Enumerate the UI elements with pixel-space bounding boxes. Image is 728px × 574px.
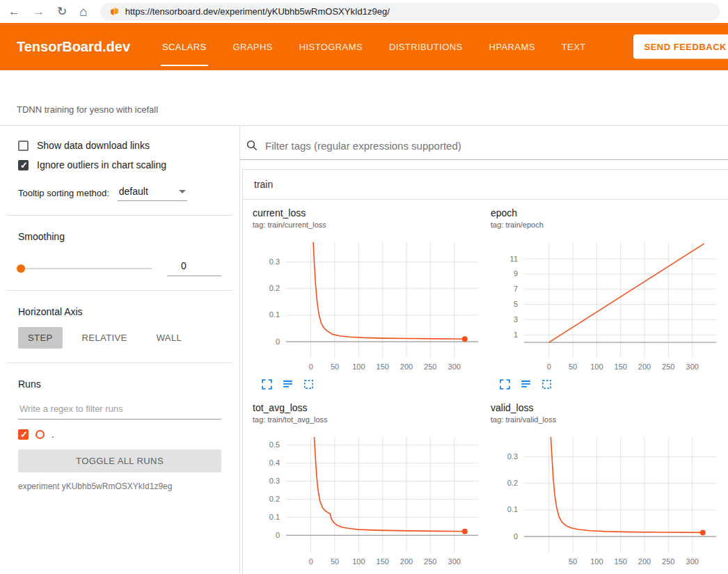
svg-text:250: 250 <box>662 557 674 566</box>
axis-wall-button[interactable]: WALL <box>147 327 192 349</box>
svg-text:3: 3 <box>514 315 518 324</box>
chart-title: valid_loss <box>491 401 728 414</box>
reload-icon[interactable]: ↻ <box>57 6 67 17</box>
tag-group-header[interactable]: train <box>243 170 728 200</box>
brand-logo[interactable]: TensorBoard.dev <box>17 39 130 55</box>
fit-domain-icon[interactable] <box>303 378 315 390</box>
send-feedback-button[interactable]: SEND FEEDBACK <box>633 35 728 59</box>
runs-filter-input[interactable] <box>18 401 221 420</box>
svg-text:0.1: 0.1 <box>269 310 280 319</box>
chart-plot-valid_loss[interactable]: 00.10.20.350100150200250300 <box>491 431 728 571</box>
filter-tags-input[interactable] <box>265 140 728 152</box>
tooltip-sorting-label: Tooltip sorting method: <box>18 188 109 198</box>
svg-text:200: 200 <box>638 362 651 371</box>
tab-histograms[interactable]: HISTOGRAMS <box>299 23 363 70</box>
data-table-icon[interactable] <box>282 378 294 390</box>
chart-plot-tot_avg_loss[interactable]: 00.10.20.30.40.5050100150200250300 <box>253 431 491 571</box>
experiment-note: experiment yKUbhb5wRmOSXYkId1z9eg <box>18 481 221 491</box>
chart-card-tot_avg_loss: tot_avg_losstag: train/tot_avg_loss00.10… <box>253 401 491 574</box>
tab-graphs[interactable]: GRAPHS <box>233 23 273 70</box>
svg-text:300: 300 <box>686 557 699 566</box>
chart-plot-epoch[interactable]: 1357911050100150200250300 <box>491 237 728 376</box>
chart-tag-subtitle: tag: train/valid_loss <box>491 415 728 424</box>
svg-text:0.5: 0.5 <box>269 440 280 449</box>
smoothing-label: Smoothing <box>18 231 221 242</box>
svg-text:9: 9 <box>514 269 518 278</box>
home-icon[interactable]: ⌂ <box>79 5 87 18</box>
tooltip-sorting-select[interactable]: default <box>118 184 187 201</box>
data-table-icon[interactable] <box>520 378 532 390</box>
address-bar[interactable]: https://tensorboard.dev/experiment/yKUbh… <box>100 3 720 21</box>
svg-text:11: 11 <box>510 255 518 263</box>
runs-label: Runs <box>18 378 221 390</box>
chart-toolbar <box>491 376 728 390</box>
tab-scalars[interactable]: SCALARS <box>162 23 207 70</box>
run-checkbox[interactable] <box>18 429 29 440</box>
divider <box>7 215 232 216</box>
divider <box>7 362 232 363</box>
svg-text:0.1: 0.1 <box>507 505 518 513</box>
settings-sidebar: Show data download links Ignore outliers… <box>0 126 240 573</box>
dashboard-main: train current_losstag: train/current_los… <box>240 126 728 573</box>
smoothing-slider-thumb[interactable] <box>17 264 25 273</box>
header-tabs: SCALARSGRAPHSHISTOGRAMSDISTRIBUTIONSHPAR… <box>162 23 586 70</box>
browser-toolbar: ← → ↻ ⌂ https://tensorboard.dev/experime… <box>0 0 728 23</box>
svg-text:0.1: 0.1 <box>269 513 280 521</box>
toggle-all-runs-button[interactable]: TOGGLE ALL RUNS <box>18 449 221 472</box>
forward-icon[interactable]: → <box>33 6 45 17</box>
charts-grid: current_losstag: train/current_loss00.10… <box>243 200 728 574</box>
chart-title: epoch <box>491 207 728 219</box>
tensorboard-favicon-icon <box>110 7 119 16</box>
svg-text:250: 250 <box>662 362 674 371</box>
tag-group-card-train: train current_losstag: train/current_los… <box>242 169 728 574</box>
url-text: https://tensorboard.dev/experiment/yKUbh… <box>125 6 390 17</box>
svg-text:50: 50 <box>331 362 339 371</box>
svg-text:300: 300 <box>686 362 699 371</box>
chart-card-epoch: epochtag: train/epoch1357911050100150200… <box>491 207 728 390</box>
run-color-circle-icon[interactable] <box>35 430 45 439</box>
tab-hparams[interactable]: HPARAMS <box>489 23 535 70</box>
svg-text:0: 0 <box>309 362 313 371</box>
svg-text:0: 0 <box>309 557 313 566</box>
svg-text:100: 100 <box>352 362 365 371</box>
svg-text:250: 250 <box>424 557 436 566</box>
svg-text:150: 150 <box>377 362 389 371</box>
chevron-down-icon <box>179 190 186 193</box>
svg-text:7: 7 <box>514 285 518 293</box>
chart-plot-current_loss[interactable]: 00.10.20.3050100150200250300 <box>253 237 491 376</box>
svg-text:0: 0 <box>276 337 280 346</box>
svg-text:100: 100 <box>590 557 603 566</box>
chart-card-current_loss: current_losstag: train/current_loss00.10… <box>253 207 491 390</box>
svg-text:0.2: 0.2 <box>269 495 280 503</box>
smoothing-value[interactable]: 0 <box>167 260 221 276</box>
svg-text:50: 50 <box>331 557 339 566</box>
svg-text:0.2: 0.2 <box>507 479 518 487</box>
tab-text[interactable]: TEXT <box>562 23 586 70</box>
filter-tags-row <box>240 134 728 160</box>
ignore-outliers-checkbox[interactable] <box>18 160 29 170</box>
chart-card-valid_loss: valid_losstag: train/valid_loss00.10.20.… <box>491 401 728 574</box>
svg-text:0.3: 0.3 <box>269 257 280 266</box>
fit-domain-icon[interactable] <box>541 378 553 390</box>
back-icon[interactable]: ← <box>8 6 20 17</box>
svg-text:0.3: 0.3 <box>269 477 280 485</box>
svg-text:0: 0 <box>276 531 280 539</box>
svg-text:200: 200 <box>638 557 651 566</box>
svg-text:0.3: 0.3 <box>507 452 518 461</box>
run-name: . <box>52 429 54 440</box>
subheader: TDNN training for yesno with icefall <box>0 70 728 126</box>
chart-title: tot_avg_loss <box>253 401 491 414</box>
chart-tag-subtitle: tag: train/current_loss <box>253 221 491 230</box>
axis-step-button[interactable]: STEP <box>18 327 63 349</box>
svg-text:50: 50 <box>569 557 577 566</box>
chart-toolbar <box>491 571 728 574</box>
expand-chart-icon[interactable] <box>499 378 511 390</box>
tab-distributions[interactable]: DISTRIBUTIONS <box>389 23 463 70</box>
svg-text:0.2: 0.2 <box>269 284 280 292</box>
expand-chart-icon[interactable] <box>261 378 273 390</box>
show-download-links-checkbox[interactable] <box>18 141 29 151</box>
axis-relative-button[interactable]: RELATIVE <box>72 327 137 349</box>
svg-text:250: 250 <box>424 362 436 371</box>
smoothing-slider[interactable] <box>18 268 152 269</box>
chart-title: current_loss <box>253 207 491 219</box>
